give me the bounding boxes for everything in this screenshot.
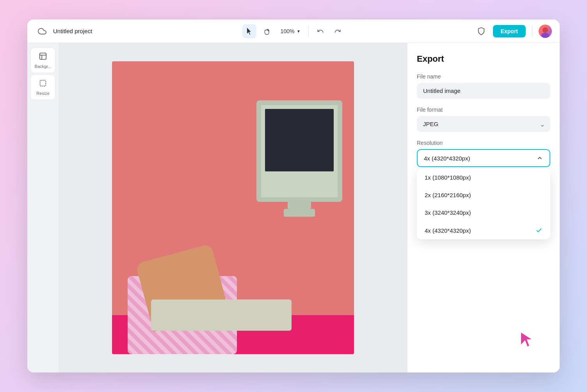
resolution-dropdown: 4x (4320*4320px) 1x (1080*1080px) 2x (21… xyxy=(417,149,550,167)
canvas-monitor xyxy=(256,100,342,202)
resolution-option-4x-label: 4x (4320*4320px) xyxy=(425,227,471,234)
header-right: Export xyxy=(349,24,552,38)
avatar-image xyxy=(539,25,552,38)
resolution-label: Resolution xyxy=(417,140,550,146)
check-icon xyxy=(535,227,543,234)
resolution-option-4x[interactable]: 4x (4320*4320px) xyxy=(417,221,550,239)
avatar[interactable] xyxy=(539,25,552,38)
zoom-selector[interactable]: 100% ▾ xyxy=(277,27,304,36)
svg-point-1 xyxy=(541,33,549,38)
resolution-selected-value: 4x (4320*4320px) xyxy=(424,155,470,162)
svg-rect-3 xyxy=(40,80,46,86)
pointer-tool-button[interactable] xyxy=(242,24,256,38)
svg-point-0 xyxy=(543,27,548,33)
file-format-label: File format xyxy=(417,107,550,113)
cursor-arrow-icon xyxy=(519,330,538,349)
sidebar-tool-resize[interactable]: Resize xyxy=(30,75,55,100)
resolution-option-3x-label: 3x (3240*3240px) xyxy=(425,209,471,216)
header-right-divider xyxy=(532,26,532,37)
cloud-icon xyxy=(38,27,46,36)
file-format-field: File format JPEG PNG WebP SVG ⌄ xyxy=(417,107,550,132)
resolution-option-1x-label: 1x (1080*1080px) xyxy=(425,174,471,181)
resolution-options: 1x (1080*1080px) 2x (2160*2160px) 3x (32… xyxy=(417,169,550,239)
project-title: Untitled project xyxy=(53,28,92,34)
shield-icon xyxy=(477,27,486,36)
header-center: 100% ▾ xyxy=(242,24,345,38)
app-window: Untitled project 100% ▾ xyxy=(27,20,560,372)
canvas-keyboard xyxy=(151,299,292,331)
export-button[interactable]: Export xyxy=(493,25,526,37)
shield-button[interactable] xyxy=(474,24,488,38)
canvas-image xyxy=(112,61,354,354)
resolution-field: Resolution 4x (4320*4320px) 1x (1080*108… xyxy=(417,140,550,167)
background-tool-label: Backgr... xyxy=(35,64,52,69)
resolution-option-3x[interactable]: 3x (3240*3240px) xyxy=(417,204,550,221)
resolution-option-1x[interactable]: 1x (1080*1080px) xyxy=(417,169,550,186)
cloud-save-button[interactable] xyxy=(35,24,49,38)
svg-marker-4 xyxy=(521,332,533,347)
resolution-chevron-up-icon xyxy=(536,155,543,162)
right-panel: Export File name File format JPEG PNG We… xyxy=(407,43,560,372)
file-format-select[interactable]: JPEG PNG WebP SVG xyxy=(417,116,550,132)
background-icon xyxy=(39,52,47,62)
resolution-selected[interactable]: 4x (4320*4320px) xyxy=(417,149,550,167)
panel-title: Export xyxy=(417,54,550,64)
left-sidebar: Backgr... Resize xyxy=(27,43,59,372)
zoom-value: 100% xyxy=(281,28,295,34)
main-area: Backgr... Resize xyxy=(27,43,560,372)
file-format-wrapper: JPEG PNG WebP SVG ⌄ xyxy=(417,116,550,132)
hand-tool-button[interactable] xyxy=(260,24,274,38)
canvas-screen xyxy=(265,109,334,171)
zoom-chevron-icon: ▾ xyxy=(297,29,300,34)
canvas-area[interactable] xyxy=(59,43,407,372)
hand-icon xyxy=(263,28,270,35)
resize-icon xyxy=(39,79,47,89)
redo-icon xyxy=(334,28,341,35)
file-name-input[interactable] xyxy=(417,83,550,99)
file-name-label: File name xyxy=(417,73,550,80)
file-name-field: File name xyxy=(417,73,550,107)
header-left: Untitled project xyxy=(35,24,238,38)
cursor-area xyxy=(519,330,538,351)
svg-rect-2 xyxy=(40,53,46,60)
sidebar-tool-background[interactable]: Backgr... xyxy=(30,48,55,73)
pointer-icon xyxy=(246,28,253,35)
undo-button[interactable] xyxy=(313,24,327,38)
resize-tool-label: Resize xyxy=(36,91,50,96)
resolution-option-2x[interactable]: 2x (2160*2160px) xyxy=(417,186,550,204)
header-divider xyxy=(308,26,309,37)
resolution-option-2x-label: 2x (2160*2160px) xyxy=(425,192,471,198)
header: Untitled project 100% ▾ xyxy=(27,20,560,43)
redo-button[interactable] xyxy=(331,24,345,38)
undo-icon xyxy=(317,28,324,35)
